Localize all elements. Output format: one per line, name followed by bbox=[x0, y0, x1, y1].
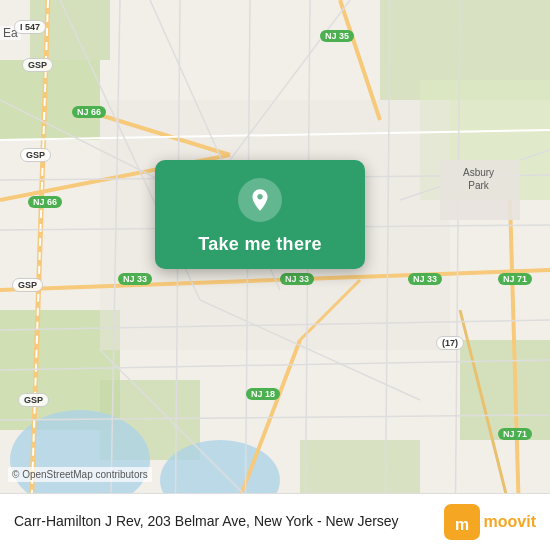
road-label-nj66b: NJ 66 bbox=[28, 196, 62, 208]
road-label-gsp4: GSP bbox=[18, 393, 49, 407]
road-label-nj71a: NJ 71 bbox=[498, 273, 532, 285]
bottom-bar: Carr-Hamilton J Rev, 203 Belmar Ave, New… bbox=[0, 493, 550, 550]
road-label-gsp1: GSP bbox=[22, 58, 53, 72]
moovit-icon: m bbox=[444, 504, 480, 540]
road-label-nj66a: NJ 66 bbox=[72, 106, 106, 118]
road-label-gsp3: GSP bbox=[12, 278, 43, 292]
road-label-nj35: NJ 35 bbox=[320, 30, 354, 42]
location-text: Carr-Hamilton J Rev, 203 Belmar Ave, New… bbox=[14, 512, 434, 532]
map-attribution: © OpenStreetMap contributors bbox=[8, 467, 152, 482]
pin-icon bbox=[247, 187, 273, 213]
location-pin bbox=[238, 178, 282, 222]
road-label-547: I 547 bbox=[14, 20, 46, 34]
place-label-asbury: AsburyPark bbox=[463, 166, 494, 192]
svg-text:m: m bbox=[455, 516, 469, 533]
road-label-nj18: NJ 18 bbox=[246, 388, 280, 400]
road-label-17: (17) bbox=[436, 336, 464, 350]
road-label-nj71b: NJ 71 bbox=[498, 428, 532, 440]
road-label-nj33a: NJ 33 bbox=[118, 273, 152, 285]
map-container: Ea I 547 GSP GSP GSP GSP NJ 66 NJ 66 NJ … bbox=[0, 0, 550, 550]
moovit-logo: m moovit bbox=[444, 504, 536, 540]
moovit-text: moovit bbox=[484, 513, 536, 531]
road-label-nj33c: NJ 33 bbox=[408, 273, 442, 285]
svg-rect-10 bbox=[460, 340, 550, 440]
svg-rect-1 bbox=[0, 60, 100, 140]
road-label-nj33b: NJ 33 bbox=[280, 273, 314, 285]
overlay-card: Take me there bbox=[155, 160, 365, 269]
road-label-gsp2: GSP bbox=[20, 148, 51, 162]
take-me-there-button[interactable]: Take me there bbox=[198, 234, 322, 255]
